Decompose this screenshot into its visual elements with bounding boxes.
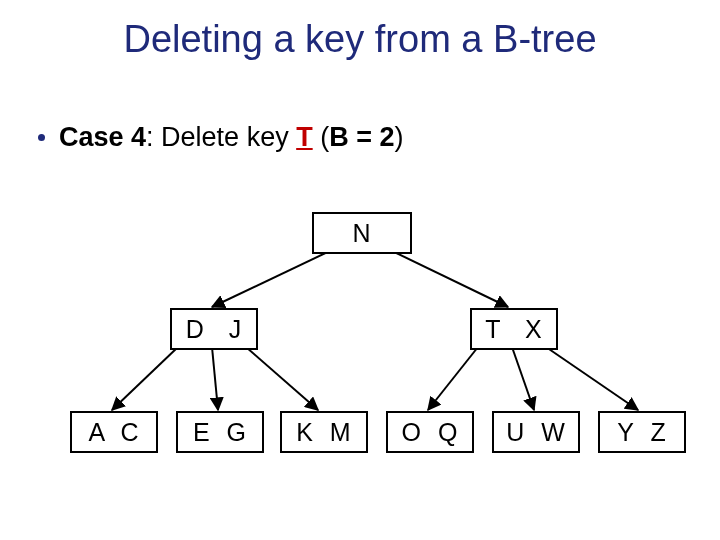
node-root: N bbox=[312, 212, 412, 254]
svg-line-6 bbox=[512, 347, 534, 410]
node-leaf-1: E G bbox=[176, 411, 264, 453]
svg-line-5 bbox=[428, 347, 478, 410]
btree-diagram: N D J T X A C E G K M O Q U W Y Z bbox=[0, 0, 720, 540]
svg-line-7 bbox=[546, 347, 638, 410]
node-mid-left: D J bbox=[170, 308, 258, 350]
node-leaf-5: Y Z bbox=[598, 411, 686, 453]
node-leaf-2: K M bbox=[280, 411, 368, 453]
slide: Deleting a key from a B-tree Case 4: Del… bbox=[0, 0, 720, 540]
svg-line-1 bbox=[388, 249, 508, 307]
svg-line-0 bbox=[212, 249, 334, 307]
svg-line-4 bbox=[246, 347, 318, 410]
svg-line-2 bbox=[112, 347, 178, 410]
node-leaf-0: A C bbox=[70, 411, 158, 453]
tree-edges bbox=[0, 0, 720, 540]
node-leaf-3: O Q bbox=[386, 411, 474, 453]
node-mid-right: T X bbox=[470, 308, 558, 350]
svg-line-3 bbox=[212, 347, 218, 410]
node-leaf-4: U W bbox=[492, 411, 580, 453]
